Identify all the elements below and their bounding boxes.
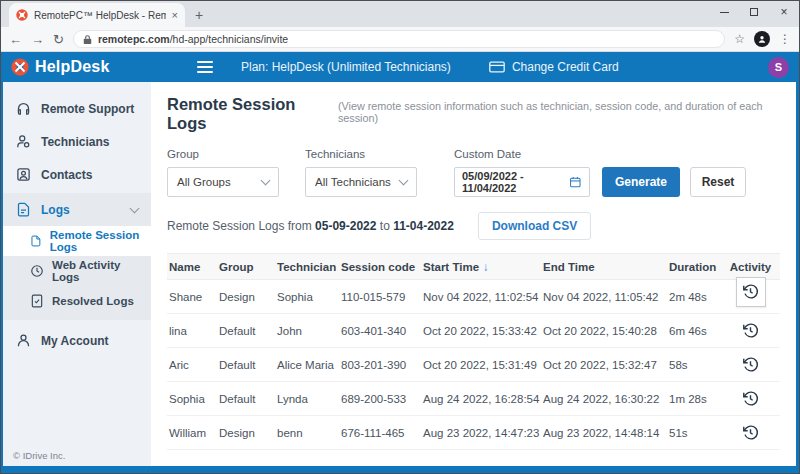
headset-icon — [16, 101, 31, 116]
date-range-input[interactable]: 05/09/2022 - 11/04/2022 — [454, 167, 590, 197]
custom-date-label: Custom Date — [454, 148, 590, 160]
col-session-code: Session code — [341, 261, 423, 273]
sidebar-item-remote-support[interactable]: Remote Support — [3, 92, 151, 125]
col-group: Group — [219, 261, 277, 273]
calendar-icon[interactable] — [569, 175, 582, 189]
copyright: © IDrive Inc. — [13, 450, 65, 461]
activity-icon-box[interactable] — [736, 277, 766, 307]
filters: Group All Groups Technicians All Technic… — [167, 148, 780, 197]
sidebar-item-web-activity-logs[interactable]: Web Activity Logs — [3, 256, 151, 286]
session-log-file-icon — [30, 234, 42, 248]
activity-history-icon[interactable] — [742, 390, 759, 407]
menu-icon[interactable] — [197, 58, 213, 76]
table-row: William Design benn 676-111-465 Aug 23 2… — [167, 416, 780, 450]
app-header: HelpDesk Plan: HelpDesk (Unlimited Techn… — [1, 52, 799, 82]
sidebar-item-logs[interactable]: Logs — [3, 193, 151, 226]
chevron-down-icon — [261, 176, 271, 186]
browser-tab[interactable]: RemotePC™ HelpDesk - Remote × — [9, 3, 185, 27]
url-bar[interactable]: remotepc.com/hd-app/technicians/invite — [73, 30, 725, 48]
minimize-button[interactable] — [709, 1, 739, 23]
to-date: 11-04-2022 — [393, 219, 454, 233]
sidebar-item-contacts[interactable]: Contacts — [3, 158, 151, 191]
generate-button[interactable]: Generate — [602, 167, 680, 197]
col-start-time[interactable]: Start Time↓ — [423, 261, 543, 273]
reset-button[interactable]: Reset — [690, 167, 746, 197]
summary-row: Remote Session Logs from 05-09-2022 to 1… — [167, 212, 780, 240]
browser-menu-icon[interactable]: ⋮ — [779, 32, 791, 46]
page-subtitle: (View remote session information such as… — [338, 100, 780, 124]
change-credit-card-button[interactable]: Change Credit Card — [489, 60, 619, 74]
forward-icon[interactable]: → — [31, 33, 44, 46]
summary-text: Remote Session Logs from 05-09-2022 to 1… — [167, 219, 454, 233]
activity-history-icon[interactable] — [742, 424, 759, 441]
sidebar-logs-group: Logs Remote Session Logs Web Activity Lo… — [3, 193, 151, 320]
credit-card-icon — [489, 61, 505, 73]
url-text: remotepc.com/hd-app/technicians/invite — [98, 33, 288, 45]
plan-label: Plan: HelpDesk (Unlimited Technicians) — [241, 60, 451, 74]
helpdesk-logo-icon — [11, 58, 29, 76]
sort-desc-icon[interactable]: ↓ — [483, 261, 489, 273]
activity-history-icon[interactable] — [742, 356, 759, 373]
clock-icon — [30, 264, 44, 278]
from-date: 05-09-2022 — [315, 219, 376, 233]
main-content: Remote Session Logs (View remote session… — [151, 82, 796, 466]
page-title: Remote Session Logs — [167, 95, 330, 133]
col-name: Name — [167, 261, 219, 273]
helpdesk-app: HelpDesk Plan: HelpDesk (Unlimited Techn… — [1, 52, 799, 473]
resolved-log-check-icon — [30, 294, 44, 308]
lock-icon — [83, 34, 92, 45]
col-end-time: End Time — [543, 261, 669, 273]
user-avatar[interactable]: S — [768, 57, 789, 78]
table-row: Sophia Default Lynda 689-200-533 Aug 24 … — [167, 382, 780, 416]
refresh-icon[interactable]: ↻ — [53, 33, 64, 46]
sidebar: Remote Support Technicians Contacts Logs — [3, 82, 151, 466]
table-row: Shane Design Sophia 110-015-579 Nov 04 2… — [167, 280, 780, 314]
browser-profile-avatar[interactable] — [754, 31, 770, 47]
session-logs-table: Name Group Technician Session code Start… — [167, 253, 780, 450]
table-row: lina Default John 603-401-340 Oct 20 202… — [167, 314, 780, 348]
brand-name: HelpDesk — [35, 58, 110, 76]
chevron-down-icon — [130, 203, 140, 213]
activity-history-icon[interactable] — [742, 283, 759, 300]
maximize-button[interactable] — [739, 1, 769, 23]
group-select[interactable]: All Groups — [167, 167, 279, 197]
col-duration: Duration — [669, 261, 721, 273]
back-icon[interactable]: ← — [9, 33, 22, 46]
sidebar-item-technicians[interactable]: Technicians — [3, 125, 151, 158]
col-activity: Activity — [721, 261, 780, 273]
brand: HelpDesk — [11, 58, 153, 76]
group-filter-label: Group — [167, 148, 279, 160]
new-tab-button[interactable]: + — [195, 7, 203, 23]
chevron-down-icon — [399, 176, 409, 186]
col-technician: Technician — [277, 261, 341, 273]
window-controls: × — [709, 1, 799, 23]
technicians-filter-label: Technicians — [305, 148, 417, 160]
sidebar-item-remote-session-logs[interactable]: Remote Session Logs — [3, 226, 151, 256]
technician-icon — [16, 134, 31, 149]
maximize-icon — [750, 8, 758, 16]
table-header: Name Group Technician Session code Start… — [167, 253, 780, 280]
download-csv-button[interactable]: Download CSV — [478, 212, 591, 240]
bookmark-star-icon[interactable]: ☆ — [734, 32, 745, 46]
logs-document-icon — [16, 202, 31, 217]
table-row: Aric Default Alice Maria 803-201-390 Oct… — [167, 348, 780, 382]
tab-strip: RemotePC™ HelpDesk - Remote × + × — [1, 1, 799, 27]
tab-close-icon[interactable]: × — [172, 9, 178, 21]
minimize-icon — [720, 12, 729, 13]
browser-window: RemotePC™ HelpDesk - Remote × + × ← → ↻ … — [0, 0, 800, 474]
sidebar-item-my-account[interactable]: My Account — [3, 324, 151, 357]
activity-history-icon[interactable] — [742, 322, 759, 339]
sidebar-item-resolved-logs[interactable]: Resolved Logs — [3, 286, 151, 316]
helpdesk-favicon-icon — [16, 9, 28, 21]
close-button[interactable]: × — [769, 1, 799, 23]
title-row: Remote Session Logs (View remote session… — [167, 95, 780, 133]
user-icon — [16, 333, 31, 348]
contact-card-icon — [16, 167, 31, 182]
tab-title: RemotePC™ HelpDesk - Remote — [34, 10, 166, 21]
app-body: Remote Support Technicians Contacts Logs — [3, 82, 796, 466]
browser-toolbar: ← → ↻ remotepc.com/hd-app/technicians/in… — [1, 27, 799, 52]
technicians-select[interactable]: All Technicians — [305, 167, 417, 197]
